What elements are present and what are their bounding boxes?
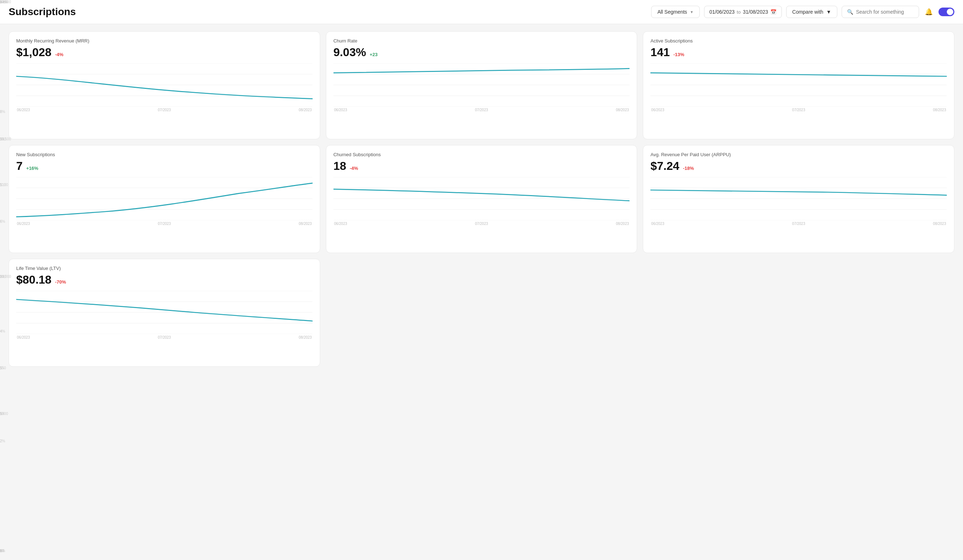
app-header: Subscriptions All Segments ▼ 01/06/2023 … — [0, 0, 963, 24]
card-value-row-new_subs: 7 +16% — [16, 159, 313, 173]
notification-bell-icon[interactable]: 🔔 — [923, 6, 934, 17]
card-title-active_subs: Active Subscriptions — [650, 38, 947, 44]
main-content: Monthly Recurring Revenue (MRR) $1,028 -… — [0, 24, 963, 374]
segment-label: All Segments — [657, 9, 687, 15]
x-axis-ltv: 06/202307/202308/2023 — [16, 335, 313, 339]
card-value-ltv: $80.18 — [16, 273, 52, 286]
card-value-arppu: $7.24 — [650, 159, 679, 173]
top-cards-grid: Monthly Recurring Revenue (MRR) $1,028 -… — [9, 31, 954, 253]
card-value-row-ltv: $80.18 -70% — [16, 273, 313, 286]
card-badge-ltv: -70% — [55, 279, 66, 285]
y-axis-ltv: $150$100$50$0 — [0, 0, 13, 553]
card-badge-arppu: -18% — [683, 165, 694, 171]
card-churn: Churn Rate 9.03% +23 10%8%6%4%2%0% 06/20… — [326, 31, 637, 139]
card-title-churned_subs: Churned Subscriptions — [334, 152, 630, 157]
x-axis-churn: 06/202307/202308/2023 — [334, 108, 630, 112]
card-value-row-arppu: $7.24 -18% — [650, 159, 947, 173]
card-title-mrr: Monthly Recurring Revenue (MRR) — [16, 38, 313, 44]
card-ltv: Life Time Value (LTV) $80.18 -70% $150$1… — [9, 259, 320, 367]
card-active_subs: Active Subscriptions 141 -13% 2001501005… — [643, 31, 954, 139]
card-badge-mrr: -4% — [55, 52, 63, 57]
card-churned_subs: Churned Subscriptions 18 -4% 403020100 0… — [326, 145, 637, 253]
card-title-arppu: Avg. Revenue Per Paid User (ARPPU) — [650, 152, 947, 157]
card-value-row-churn: 9.03% +23 — [334, 46, 630, 59]
chevron-down-icon: ▼ — [826, 9, 831, 15]
x-axis-arppu: 06/202307/202308/2023 — [650, 222, 947, 226]
card-value-active_subs: 141 — [650, 46, 670, 59]
segment-dropdown[interactable]: All Segments ▼ — [651, 6, 699, 18]
search-icon: 🔍 — [847, 9, 853, 15]
chart-mrr — [16, 63, 313, 107]
chart-arppu — [650, 177, 947, 220]
card-title-new_subs: New Subscriptions — [16, 152, 313, 157]
calendar-icon: 📅 — [770, 9, 777, 15]
x-axis-active_subs: 06/202307/202308/2023 — [650, 108, 947, 112]
date-separator: to — [737, 9, 741, 15]
card-badge-churn: +23 — [370, 52, 378, 57]
x-axis-churned_subs: 06/202307/202308/2023 — [334, 222, 630, 226]
chevron-down-icon: ▼ — [690, 10, 694, 14]
search-box: 🔍 — [841, 6, 919, 18]
card-value-row-churned_subs: 18 -4% — [334, 159, 630, 173]
chart-active_subs — [650, 63, 947, 107]
card-value-churn: 9.03% — [334, 46, 366, 59]
compare-label: Compare with — [792, 9, 823, 15]
theme-toggle[interactable] — [939, 8, 954, 16]
bottom-cards-grid: Life Time Value (LTV) $80.18 -70% $150$1… — [9, 259, 954, 367]
date-to: 31/08/2023 — [743, 9, 768, 15]
date-from: 01/06/2023 — [710, 9, 735, 15]
card-mrr: Monthly Recurring Revenue (MRR) $1,028 -… — [9, 31, 320, 139]
date-range-picker[interactable]: 01/06/2023 to 31/08/2023 📅 — [704, 6, 782, 18]
header-controls: All Segments ▼ 01/06/2023 to 31/08/2023 … — [651, 6, 954, 18]
card-badge-new_subs: +16% — [26, 165, 39, 171]
card-arppu: Avg. Revenue Per Paid User (ARPPU) $7.24… — [643, 145, 954, 253]
search-input[interactable] — [856, 9, 914, 15]
card-value-row-active_subs: 141 -13% — [650, 46, 947, 59]
card-value-churned_subs: 18 — [334, 159, 347, 173]
compare-dropdown[interactable]: Compare with ▼ — [786, 6, 837, 18]
x-axis-mrr: 06/202307/202308/2023 — [16, 108, 313, 112]
card-value-new_subs: 7 — [16, 159, 23, 173]
x-axis-new_subs: 06/202307/202308/2023 — [16, 222, 313, 226]
chart-churn — [334, 63, 630, 107]
page-title: Subscriptions — [9, 6, 76, 18]
chart-new_subs — [16, 177, 313, 220]
card-badge-active_subs: -13% — [673, 52, 684, 57]
card-title-ltv: Life Time Value (LTV) — [16, 265, 313, 271]
card-value-row-mrr: $1,028 -4% — [16, 46, 313, 59]
card-badge-churned_subs: -4% — [350, 165, 358, 171]
card-new_subs: New Subscriptions 7 +16% 1086420 06/2023… — [9, 145, 320, 253]
card-value-mrr: $1,028 — [16, 46, 52, 59]
chart-churned_subs — [334, 177, 630, 220]
card-title-churn: Churn Rate — [334, 38, 630, 44]
chart-ltv — [16, 291, 313, 334]
